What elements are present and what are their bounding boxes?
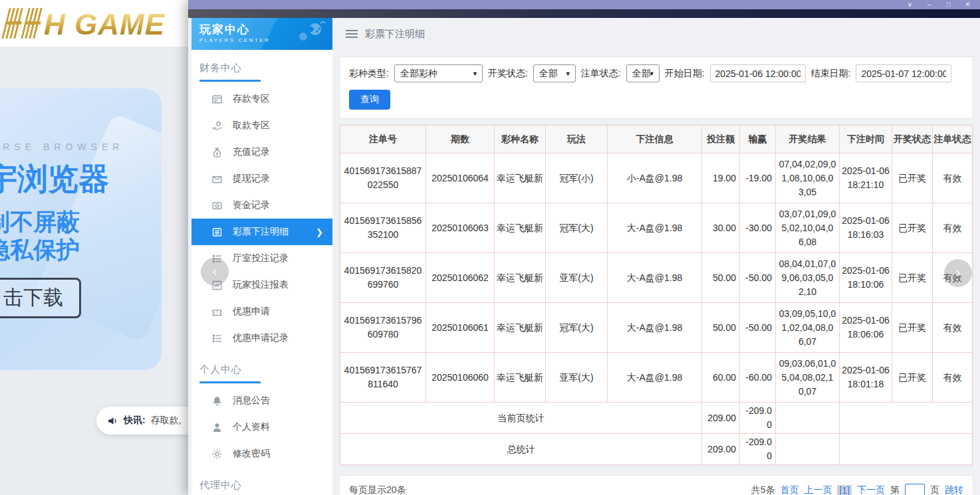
- background-site: H GAME ERSE BROWSER 宇浏览器 制不屏蔽 隐私保护 击下载 快…: [0, 0, 188, 495]
- cell-amount: 19.00: [702, 153, 740, 203]
- cell-winloss: -50.00: [740, 303, 776, 353]
- summary-empty: [840, 403, 973, 434]
- sidebar-item-充值记录[interactable]: 充值记录: [191, 139, 332, 165]
- sidebar-item-消息公告[interactable]: 消息公告: [191, 387, 332, 414]
- chevron-down-button[interactable]: ∨: [900, 0, 919, 9]
- ad-download-button[interactable]: 击下载: [0, 278, 81, 318]
- start-date-input[interactable]: [710, 64, 806, 82]
- funds-icon: [211, 200, 223, 211]
- cell-period: 20250106061: [426, 303, 495, 353]
- cell-draw-status: 已开奖: [892, 153, 933, 203]
- per-page-label: 每页显示20条: [349, 484, 406, 495]
- gamepad-icon: [293, 21, 327, 46]
- draw-status-select[interactable]: 全部▼: [533, 64, 576, 82]
- sidebar-item-优惠申请记录[interactable]: 优惠申请记录: [191, 325, 332, 351]
- ad-subline-1: 制不屏蔽: [0, 207, 80, 238]
- summary-amount: 209.00: [702, 434, 740, 465]
- first-page-link[interactable]: 首页: [780, 484, 798, 495]
- maximize-button[interactable]: □: [939, 0, 958, 9]
- end-date-input[interactable]: [856, 64, 951, 82]
- cell-info: 大-A盘@1.98: [608, 253, 702, 303]
- cell-time: 2025-01-06 18:10:06: [840, 253, 892, 303]
- cell-result: 07,04,02,09,01,08,10,06,03,05: [776, 153, 840, 203]
- jump-suffix-label: 页: [930, 484, 939, 495]
- sidebar-item-label: 优惠申请: [233, 306, 270, 318]
- summary-winloss: -209.00: [740, 403, 776, 434]
- bets-table: 注单号期数彩种名称玩法下注信息投注额输赢开奖结果下注时间开奖状态注单状态 401…: [340, 125, 973, 465]
- recharge-icon: [211, 147, 223, 158]
- summary-empty: [840, 434, 973, 465]
- column-header: 开奖结果: [776, 126, 840, 153]
- chevron-down-icon: ▼: [472, 70, 478, 77]
- collapse-panel-button[interactable]: ‹: [201, 258, 229, 286]
- browser-ad-banner[interactable]: ERSE BROWSER 宇浏览器 制不屏蔽 隐私保护 击下载: [0, 88, 162, 370]
- table-row: 40156917361576781164020250106060幸运飞艇新亚军(…: [340, 353, 973, 403]
- sidebar-header: 玩家中心 PLAYERS CENTER: [191, 18, 332, 50]
- column-header: 彩种名称: [495, 126, 546, 153]
- ticker-text: 存取款,: [151, 415, 182, 427]
- column-header: 期数: [426, 126, 495, 153]
- cell-lottery: 幸运飞艇新: [495, 253, 546, 303]
- cell-time: 2025-01-06 18:06:06: [840, 303, 892, 353]
- sidebar-item-提现记录[interactable]: 提现记录: [191, 165, 332, 192]
- query-button[interactable]: 查询: [349, 90, 390, 110]
- sidebar-item-label: 优惠申请记录: [233, 332, 289, 344]
- bet-status-label: 注单状态:: [581, 68, 621, 80]
- cell-period: 20250106062: [426, 253, 495, 303]
- lottery-type-label: 彩种类型:: [349, 68, 389, 80]
- site-logo[interactable]: H GAME: [5, 8, 165, 39]
- cell-bet-status: 有效: [933, 303, 973, 353]
- ad-subline-2: 隐私保护: [0, 235, 80, 266]
- sidebar-item-存款专区[interactable]: 存款专区: [191, 86, 332, 112]
- section-items: 存款专区 取款专区 充值记录 提现记录 资金记录 彩票下注明细 ❯ 厅室投注记录…: [191, 86, 332, 351]
- table-summary: 当前页统计209.00-209.00总统计209.00-209.00: [340, 403, 973, 465]
- pagination-bar: 每页显示20条 共5条 首页 上一页 [1] 下一页 第 页 跳转: [339, 475, 973, 495]
- table-row: 40156917361582069976020250106062幸运飞艇新亚军(…: [340, 253, 973, 303]
- menu-icon[interactable]: [346, 30, 358, 38]
- cell-bet-status: 有效: [933, 353, 973, 403]
- sidebar-item-label: 个人资料: [233, 421, 270, 433]
- withdrawal-record-icon: [211, 173, 223, 185]
- next-page-link[interactable]: 下一页: [857, 484, 885, 495]
- sidebar-item-修改密码[interactable]: 修改密码: [191, 441, 332, 467]
- lottery-type-select[interactable]: 全部彩种▼: [394, 64, 483, 82]
- minimize-button[interactable]: –: [919, 0, 939, 9]
- cell-order-no: 401569173615887022550: [340, 153, 426, 203]
- jump-button[interactable]: 跳转: [945, 484, 963, 495]
- cell-winloss: -30.00: [740, 203, 776, 253]
- main-content: 彩票下注明细 彩种类型: 全部彩种▼ 开奖状态: 全部▼ 注单状态: 全部▼: [332, 18, 980, 495]
- end-date-label: 结束日期:: [811, 68, 851, 80]
- cell-lottery: 幸运飞艇新: [495, 303, 546, 353]
- page-jump-input[interactable]: [905, 484, 925, 495]
- table-header-row: 注单号期数彩种名称玩法下注信息投注额输赢开奖结果下注时间开奖状态注单状态: [340, 126, 973, 153]
- sidebar-item-label: 充值记录: [233, 146, 270, 158]
- cell-amount: 50.00: [702, 303, 740, 353]
- speaker-icon: [107, 415, 118, 427]
- close-button[interactable]: ✕: [958, 0, 977, 9]
- cell-result: 09,03,06,01,05,04,08,02,10,07: [776, 353, 840, 403]
- column-header: 开奖状态: [892, 126, 933, 153]
- sidebar-item-个人资料[interactable]: 个人资料: [191, 414, 332, 441]
- site-logo-band: H GAME: [0, 0, 188, 47]
- summary-label: 总统计: [340, 434, 702, 465]
- sidebar-item-优惠申请[interactable]: 优惠申请: [191, 298, 332, 325]
- total-count-label: 共5条: [751, 484, 775, 495]
- sidebar-item-label: 厅室投注记录: [233, 252, 289, 264]
- sidebar-item-label: 消息公告: [233, 395, 270, 407]
- logo-stripes-icon: [1, 8, 44, 39]
- expand-panel-button[interactable]: ›: [944, 259, 972, 287]
- sidebar-item-取款专区[interactable]: 取款专区: [191, 112, 332, 139]
- table-row: 40156917361579660978020250106061幸运飞艇新冠军(…: [340, 303, 973, 353]
- column-header: 下注时间: [840, 126, 892, 153]
- bet-status-select[interactable]: 全部▼: [626, 64, 660, 82]
- page-title: 彩票下注明细: [365, 28, 425, 41]
- prev-page-link[interactable]: 上一页: [804, 484, 832, 495]
- cell-amount: 60.00: [702, 353, 740, 403]
- sidebar-item-资金记录[interactable]: 资金记录: [191, 192, 332, 219]
- gear-icon: [211, 448, 223, 460]
- cell-result: 08,04,01,07,09,06,03,05,02,10: [776, 253, 840, 303]
- ticker-label: 快讯:: [124, 415, 146, 427]
- summary-row: 当前页统计209.00-209.00: [340, 403, 973, 434]
- current-page-indicator[interactable]: [1]: [837, 485, 852, 495]
- sidebar-item-彩票下注明细[interactable]: 彩票下注明细 ❯: [191, 219, 332, 245]
